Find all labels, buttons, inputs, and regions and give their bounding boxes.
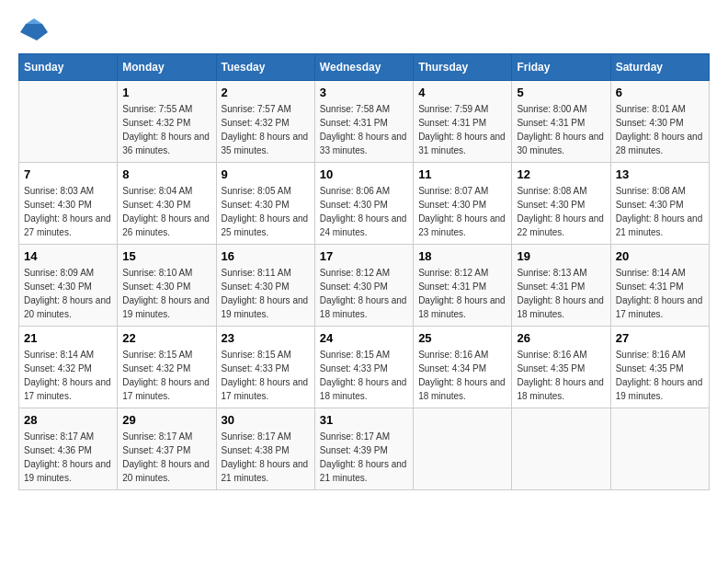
calendar-cell: 2Sunrise: 7:57 AMSunset: 4:32 PMDaylight… bbox=[216, 81, 314, 163]
day-info: Sunrise: 8:12 AMSunset: 4:30 PMDaylight:… bbox=[320, 266, 408, 321]
day-number: 31 bbox=[320, 413, 408, 427]
day-number: 3 bbox=[320, 86, 408, 99]
calendar-cell: 14Sunrise: 8:09 AMSunset: 4:30 PMDayligh… bbox=[19, 245, 118, 327]
day-info: Sunrise: 7:59 AMSunset: 4:31 PMDaylight:… bbox=[418, 102, 506, 157]
calendar-week-row: 21Sunrise: 8:14 AMSunset: 4:32 PMDayligh… bbox=[19, 327, 710, 408]
header-tuesday: Tuesday bbox=[216, 54, 314, 81]
calendar-week-row: 28Sunrise: 8:17 AMSunset: 4:36 PMDayligh… bbox=[19, 408, 710, 490]
day-info: Sunrise: 8:17 AMSunset: 4:39 PMDaylight:… bbox=[320, 430, 408, 485]
day-number: 13 bbox=[616, 167, 704, 181]
day-number: 15 bbox=[122, 249, 210, 263]
day-number: 24 bbox=[320, 331, 408, 345]
day-number: 22 bbox=[122, 331, 210, 345]
calendar-cell: 9Sunrise: 8:05 AMSunset: 4:30 PMDaylight… bbox=[216, 163, 314, 245]
calendar-cell: 15Sunrise: 8:10 AMSunset: 4:30 PMDayligh… bbox=[118, 245, 216, 327]
day-number: 27 bbox=[616, 331, 704, 345]
day-info: Sunrise: 8:15 AMSunset: 4:32 PMDaylight:… bbox=[122, 348, 210, 403]
day-number: 20 bbox=[616, 249, 704, 263]
calendar-cell: 5Sunrise: 8:00 AMSunset: 4:31 PMDaylight… bbox=[512, 81, 610, 163]
calendar-cell: 22Sunrise: 8:15 AMSunset: 4:32 PMDayligh… bbox=[118, 327, 216, 408]
calendar-cell bbox=[512, 408, 610, 490]
calendar-cell: 21Sunrise: 8:14 AMSunset: 4:32 PMDayligh… bbox=[19, 327, 118, 408]
day-info: Sunrise: 7:55 AMSunset: 4:32 PMDaylight:… bbox=[122, 102, 210, 157]
day-info: Sunrise: 8:12 AMSunset: 4:31 PMDaylight:… bbox=[418, 266, 506, 321]
day-info: Sunrise: 8:03 AMSunset: 4:30 PMDaylight:… bbox=[24, 184, 112, 239]
day-info: Sunrise: 8:15 AMSunset: 4:33 PMDaylight:… bbox=[320, 348, 408, 403]
calendar-cell: 1Sunrise: 7:55 AMSunset: 4:32 PMDaylight… bbox=[118, 81, 216, 163]
day-info: Sunrise: 8:08 AMSunset: 4:30 PMDaylight:… bbox=[517, 184, 605, 239]
calendar-cell: 11Sunrise: 8:07 AMSunset: 4:30 PMDayligh… bbox=[414, 163, 512, 245]
calendar-cell: 19Sunrise: 8:13 AMSunset: 4:31 PMDayligh… bbox=[512, 245, 610, 327]
day-info: Sunrise: 8:08 AMSunset: 4:30 PMDaylight:… bbox=[616, 184, 704, 239]
day-number: 29 bbox=[122, 413, 210, 427]
calendar-week-row: 7Sunrise: 8:03 AMSunset: 4:30 PMDaylight… bbox=[19, 163, 710, 245]
day-info: Sunrise: 8:11 AMSunset: 4:30 PMDaylight:… bbox=[222, 266, 310, 321]
svg-marker-1 bbox=[26, 18, 42, 24]
calendar-cell: 28Sunrise: 8:17 AMSunset: 4:36 PMDayligh… bbox=[19, 408, 118, 490]
calendar-cell: 7Sunrise: 8:03 AMSunset: 4:30 PMDaylight… bbox=[19, 163, 118, 245]
logo-icon bbox=[20, 18, 48, 40]
calendar-cell: 4Sunrise: 7:59 AMSunset: 4:31 PMDaylight… bbox=[414, 81, 512, 163]
day-number: 17 bbox=[320, 249, 408, 263]
calendar-cell: 30Sunrise: 8:17 AMSunset: 4:38 PMDayligh… bbox=[216, 408, 314, 490]
header-wednesday: Wednesday bbox=[314, 54, 413, 81]
day-info: Sunrise: 8:00 AMSunset: 4:31 PMDaylight:… bbox=[517, 102, 605, 157]
day-number: 25 bbox=[418, 331, 506, 345]
calendar-cell: 26Sunrise: 8:16 AMSunset: 4:35 PMDayligh… bbox=[512, 327, 610, 408]
day-number: 23 bbox=[222, 331, 310, 345]
calendar-cell: 23Sunrise: 8:15 AMSunset: 4:33 PMDayligh… bbox=[216, 327, 314, 408]
day-info: Sunrise: 8:16 AMSunset: 4:35 PMDaylight:… bbox=[616, 348, 704, 403]
calendar-cell: 18Sunrise: 8:12 AMSunset: 4:31 PMDayligh… bbox=[414, 245, 512, 327]
calendar-cell: 8Sunrise: 8:04 AMSunset: 4:30 PMDaylight… bbox=[118, 163, 216, 245]
calendar-cell: 27Sunrise: 8:16 AMSunset: 4:35 PMDayligh… bbox=[610, 327, 709, 408]
header-monday: Monday bbox=[118, 54, 216, 81]
day-info: Sunrise: 8:09 AMSunset: 4:30 PMDaylight:… bbox=[24, 266, 112, 321]
calendar-cell bbox=[610, 408, 709, 490]
calendar-cell: 31Sunrise: 8:17 AMSunset: 4:39 PMDayligh… bbox=[314, 408, 413, 490]
day-number: 6 bbox=[616, 86, 704, 99]
day-number: 18 bbox=[418, 249, 506, 263]
day-number: 19 bbox=[517, 249, 605, 263]
day-info: Sunrise: 7:58 AMSunset: 4:31 PMDaylight:… bbox=[320, 102, 408, 157]
day-info: Sunrise: 8:14 AMSunset: 4:31 PMDaylight:… bbox=[616, 266, 704, 321]
day-info: Sunrise: 8:05 AMSunset: 4:30 PMDaylight:… bbox=[222, 184, 310, 239]
day-info: Sunrise: 8:16 AMSunset: 4:35 PMDaylight:… bbox=[517, 348, 605, 403]
day-info: Sunrise: 8:01 AMSunset: 4:30 PMDaylight:… bbox=[616, 102, 704, 157]
day-number: 4 bbox=[418, 86, 506, 99]
calendar-cell: 20Sunrise: 8:14 AMSunset: 4:31 PMDayligh… bbox=[610, 245, 709, 327]
day-info: Sunrise: 8:10 AMSunset: 4:30 PMDaylight:… bbox=[122, 266, 210, 321]
calendar-cell bbox=[19, 81, 118, 163]
calendar-cell: 16Sunrise: 8:11 AMSunset: 4:30 PMDayligh… bbox=[216, 245, 314, 327]
calendar-cell: 10Sunrise: 8:06 AMSunset: 4:30 PMDayligh… bbox=[314, 163, 413, 245]
page-header bbox=[18, 18, 710, 44]
day-info: Sunrise: 8:06 AMSunset: 4:30 PMDaylight:… bbox=[320, 184, 408, 239]
day-info: Sunrise: 7:57 AMSunset: 4:32 PMDaylight:… bbox=[222, 102, 310, 157]
day-number: 9 bbox=[222, 167, 310, 181]
calendar-cell: 13Sunrise: 8:08 AMSunset: 4:30 PMDayligh… bbox=[610, 163, 709, 245]
logo bbox=[18, 18, 48, 44]
day-number: 26 bbox=[517, 331, 605, 345]
calendar-cell: 24Sunrise: 8:15 AMSunset: 4:33 PMDayligh… bbox=[314, 327, 413, 408]
day-info: Sunrise: 8:17 AMSunset: 4:36 PMDaylight:… bbox=[24, 430, 112, 485]
day-info: Sunrise: 8:17 AMSunset: 4:37 PMDaylight:… bbox=[122, 430, 210, 485]
calendar-cell: 3Sunrise: 7:58 AMSunset: 4:31 PMDaylight… bbox=[314, 81, 413, 163]
day-number: 12 bbox=[517, 167, 605, 181]
day-number: 1 bbox=[122, 86, 210, 99]
day-number: 11 bbox=[418, 167, 506, 181]
calendar-cell: 6Sunrise: 8:01 AMSunset: 4:30 PMDaylight… bbox=[610, 81, 709, 163]
day-number: 5 bbox=[517, 86, 605, 99]
day-number: 28 bbox=[24, 413, 112, 427]
calendar-cell: 29Sunrise: 8:17 AMSunset: 4:37 PMDayligh… bbox=[118, 408, 216, 490]
day-number: 14 bbox=[24, 249, 112, 263]
day-number: 2 bbox=[222, 86, 310, 99]
calendar-cell: 25Sunrise: 8:16 AMSunset: 4:34 PMDayligh… bbox=[414, 327, 512, 408]
day-info: Sunrise: 8:17 AMSunset: 4:38 PMDaylight:… bbox=[222, 430, 310, 485]
day-info: Sunrise: 8:15 AMSunset: 4:33 PMDaylight:… bbox=[222, 348, 310, 403]
calendar-cell: 12Sunrise: 8:08 AMSunset: 4:30 PMDayligh… bbox=[512, 163, 610, 245]
header-sunday: Sunday bbox=[19, 54, 118, 81]
calendar-cell: 17Sunrise: 8:12 AMSunset: 4:30 PMDayligh… bbox=[314, 245, 413, 327]
day-info: Sunrise: 8:16 AMSunset: 4:34 PMDaylight:… bbox=[418, 348, 506, 403]
calendar-cell bbox=[414, 408, 512, 490]
day-number: 7 bbox=[24, 167, 112, 181]
day-number: 30 bbox=[222, 413, 310, 427]
